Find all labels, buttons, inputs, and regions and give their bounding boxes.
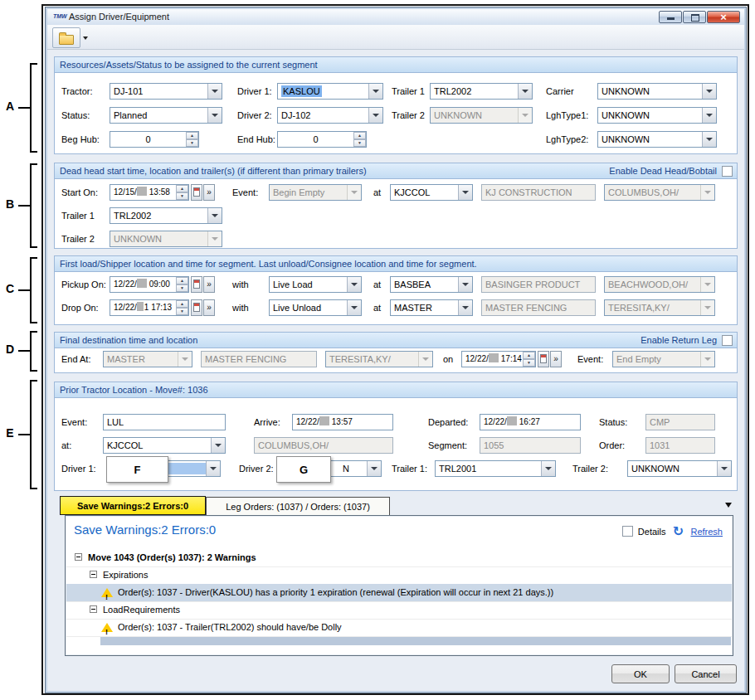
ok-button[interactable]: OK: [611, 664, 670, 683]
minimize-button[interactable]: [659, 11, 682, 23]
chevron-down-icon: [700, 277, 714, 292]
chevron-down-icon[interactable]: [518, 84, 532, 99]
prior-trailer1-combo[interactable]: TRL2001: [435, 460, 556, 477]
prior-trailer2-combo[interactable]: UNKNOWN: [627, 460, 732, 477]
title-bar: TMW Assign Driver/Equipment: [47, 9, 744, 26]
open-button[interactable]: [52, 27, 80, 48]
chevron-down-icon[interactable]: [458, 185, 472, 200]
drop-datetime[interactable]: 12/22/1 17:13: [110, 299, 189, 316]
more-options-button[interactable]: [203, 184, 215, 201]
status-combo[interactable]: Planned: [110, 107, 222, 124]
calendar-icon[interactable]: [538, 351, 549, 367]
collapse-icon[interactable]: [90, 605, 97, 613]
final-datetime[interactable]: 12/22/17:14: [461, 351, 536, 367]
enable-deadhead-checkbox[interactable]: [722, 166, 733, 177]
annotation-bracket-e: [30, 380, 37, 489]
selection-bar[interactable]: [100, 637, 731, 645]
chevron-down-icon[interactable]: [347, 277, 361, 292]
deadhead-trailer1-combo[interactable]: TRL2002: [110, 207, 222, 224]
chevron-down-icon[interactable]: [207, 84, 222, 99]
chevron-down-icon[interactable]: [347, 300, 361, 315]
refresh-link[interactable]: Refresh: [690, 527, 723, 537]
deadhead-event-combo: Begin Empty: [269, 184, 362, 201]
tab-leg-orders[interactable]: Leg Orders: (1037) / Orders: (1037): [206, 497, 390, 516]
warning-row-loadrequirement[interactable]: Order(s): 1037 - Trailer(TRL2002) should…: [66, 619, 732, 637]
chevron-down-icon[interactable]: [702, 108, 716, 123]
spinner-control[interactable]: [186, 132, 198, 147]
lghtype2-combo[interactable]: UNKNOWN: [597, 131, 717, 148]
tree-row-move[interactable]: Move 1043 (Order(s) 1037): 2 Warnings: [66, 549, 732, 567]
combo-value: TRL2002: [434, 84, 517, 99]
calendar-icon[interactable]: [191, 299, 202, 316]
calendar-icon[interactable]: [191, 184, 202, 201]
end-hub-field[interactable]: 0: [277, 131, 367, 148]
spinner-control[interactable]: [176, 277, 188, 292]
maximize-button[interactable]: [683, 11, 706, 23]
prior-location-combo[interactable]: KJCCOL: [103, 437, 226, 454]
tree-row-expirations[interactable]: Expirations: [66, 566, 732, 585]
start-on-label: Start On:: [61, 184, 98, 201]
prior-departed-field[interactable]: 12/22/16:27: [480, 414, 581, 430]
trailer1-combo[interactable]: TRL2002: [430, 83, 533, 100]
section-deadhead: Dead head start time, location and trail…: [54, 163, 738, 249]
cancel-button[interactable]: Cancel: [675, 664, 737, 683]
collapse-icon[interactable]: [90, 571, 97, 578]
prior-event-field[interactable]: LUL: [103, 414, 226, 430]
chevron-down-icon[interactable]: [367, 461, 381, 476]
tab-save-warnings[interactable]: Save Warnings:2 Errors:0: [60, 496, 206, 515]
deadhead-location-combo[interactable]: KJCCOL: [390, 184, 473, 201]
lghtype1-label: LghType1:: [546, 107, 588, 124]
pickup-location-combo[interactable]: BASBEA: [390, 276, 473, 293]
chevron-down-icon[interactable]: [206, 461, 220, 476]
close-button[interactable]: [707, 11, 740, 23]
chevron-down-icon[interactable]: [207, 108, 222, 123]
drop-event-combo[interactable]: Live Unload: [269, 299, 362, 316]
deadhead-start-datetime[interactable]: 12/15/13:58: [110, 184, 189, 201]
with-label: with: [232, 276, 249, 293]
driver1-combo[interactable]: KASLOU: [277, 83, 383, 100]
carrier-combo[interactable]: UNKNOWN: [597, 83, 717, 100]
chevron-down-icon[interactable]: [368, 84, 382, 99]
refresh-icon[interactable]: [670, 523, 685, 539]
chevron-down-icon[interactable]: [368, 108, 382, 123]
driver2-combo[interactable]: DJ-102: [277, 107, 383, 124]
chevron-down-icon[interactable]: [717, 461, 731, 476]
annotation-bracket-a: [30, 63, 37, 153]
section-prior-header: Prior Tractor Location - Move#: 1036: [55, 382, 737, 398]
trailer2-combo: UNKNOWN: [430, 107, 533, 124]
beg-hub-field[interactable]: 0: [110, 131, 199, 148]
collapse-icon[interactable]: [75, 553, 82, 561]
pickup-datetime[interactable]: 12/22/09:00: [110, 276, 189, 293]
warning-row-expiration[interactable]: Order(s): 1037 - Driver(KASLOU) has a pr…: [66, 584, 732, 602]
spinner-control[interactable]: [176, 185, 188, 200]
chevron-down-icon: [178, 352, 192, 367]
more-options-button[interactable]: [203, 299, 215, 316]
annotation-lead-e: [18, 434, 30, 435]
toolbar-dropdown-icon[interactable]: [83, 36, 88, 40]
tree-row-loadrequirements[interactable]: LoadRequirements: [66, 601, 732, 620]
drop-location-combo[interactable]: MASTER: [390, 299, 473, 316]
chevron-down-icon[interactable]: [458, 300, 472, 315]
prior-status-label: Status:: [599, 414, 627, 430]
tab-overflow-icon[interactable]: [725, 503, 732, 508]
prior-arrive-field[interactable]: 12/22/13:57: [292, 414, 393, 430]
spinner-control[interactable]: [523, 352, 535, 367]
chevron-down-icon[interactable]: [211, 438, 225, 453]
save-warnings-panel: Save Warnings:2 Errors:0 Details Refresh…: [65, 515, 733, 656]
more-options-button[interactable]: [550, 351, 562, 367]
chevron-down-icon[interactable]: [541, 461, 555, 476]
pickup-event-combo[interactable]: Live Load: [269, 276, 362, 293]
details-checkbox[interactable]: [622, 526, 633, 537]
chevron-down-icon[interactable]: [702, 132, 716, 147]
enable-return-leg-checkbox[interactable]: [722, 335, 733, 346]
more-options-button[interactable]: [203, 276, 215, 293]
lghtype1-combo[interactable]: UNKNOWN: [597, 107, 717, 124]
spinner-control[interactable]: [353, 132, 366, 147]
chevron-down-icon[interactable]: [702, 84, 716, 99]
chevron-down-icon[interactable]: [458, 277, 472, 292]
chevron-down-icon[interactable]: [207, 208, 222, 223]
spinner-control[interactable]: [176, 300, 188, 315]
calendar-icon[interactable]: [191, 276, 202, 293]
drop-city-combo: TERESITA,KY/: [604, 299, 715, 316]
tractor-combo[interactable]: DJ-101: [110, 83, 222, 100]
